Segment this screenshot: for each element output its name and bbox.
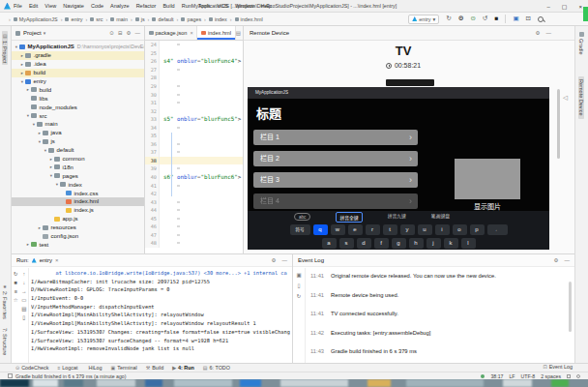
ime-mode-pill[interactable]: abc: [294, 213, 310, 221]
editor-line[interactable]: 28: [145, 74, 243, 82]
tree-row[interactable]: ▾ default: [12, 146, 144, 155]
menu-item[interactable]: View: [44, 3, 56, 9]
list-item[interactable]: 栏目 3 ›: [253, 172, 418, 188]
keyboard-key[interactable]: i: [435, 224, 450, 235]
hide-tabs-icon[interactable]: ▤: [236, 30, 241, 36]
run-tab-entry[interactable]: entry: [40, 257, 52, 263]
tree-row[interactable]: ▾ MyApplicationJS D:\harmonyos\projects\…: [12, 43, 144, 51]
status-message[interactable]: Gradle build finished in 6 s 379 ms (a m…: [15, 373, 126, 379]
tree-row[interactable]: app.js: [12, 215, 144, 223]
collapse-all-icon[interactable]: ⊟: [118, 30, 123, 36]
menu-item[interactable]: Build: [162, 3, 174, 9]
editor-line[interactable]: 48: [145, 239, 243, 248]
editor-line[interactable]: 25: [145, 49, 243, 58]
editor-line[interactable]: 30: [145, 90, 243, 99]
editor-line[interactable]: 32: [145, 106, 243, 115]
editor-line[interactable]: 35: [145, 132, 243, 140]
tree-row[interactable]: ▸ common: [12, 155, 144, 164]
keyboard-key[interactable]: j: [426, 238, 441, 249]
device-manager-icon[interactable]: ▣: [513, 15, 518, 22]
lock-icon[interactable]: [567, 374, 571, 378]
keyboard-key[interactable]: u: [418, 224, 432, 235]
close-tab-icon[interactable]: ×: [55, 257, 59, 263]
tree-row[interactable]: ▾ js: [12, 137, 144, 146]
hide-panel-icon[interactable]: —: [565, 257, 571, 263]
event-log-scrollbar[interactable]: [569, 282, 572, 332]
tree-row[interactable]: index.js: [12, 206, 144, 215]
editor-line[interactable]: 45: [145, 214, 243, 223]
event-log-entry[interactable]: 11:43 Gradle build finished in 6 s 379 m…: [310, 348, 565, 354]
tree-row[interactable]: ▸ java: [12, 129, 144, 137]
menu-item[interactable]: Analyze: [110, 3, 130, 9]
menu-item[interactable]: Tools: [198, 3, 211, 9]
breadcrumb-item[interactable]: js: [128, 16, 145, 22]
editor-content[interactable]: 24 25 26 s4" onblur="blurFunc4">: [145, 41, 243, 253]
device-screen[interactable]: MyApplicationJS 标题 栏目 1 › 栏目 2 › 栏目 3: [248, 87, 549, 250]
hide-panel-icon[interactable]: —: [282, 257, 288, 263]
stop-icon[interactable]: ■: [494, 15, 498, 22]
toolwindow-tab-structure[interactable]: 7: Structure: [2, 328, 8, 355]
gear-icon[interactable]: ⚙: [536, 30, 541, 36]
ime-option[interactable]: 笔画键盘: [431, 212, 450, 223]
minimize-window-button[interactable]: –: [546, 4, 549, 10]
editor-line[interactable]: 46: [145, 223, 243, 231]
settings-icon[interactable]: ⚙: [458, 15, 464, 22]
keyboard-key[interactable]: k: [444, 238, 458, 249]
tree-row[interactable]: ▾ main: [12, 120, 144, 129]
tree-row[interactable]: ▸ test: [12, 240, 144, 249]
toolwindow-button[interactable]: ▣ Terminal: [111, 365, 137, 371]
event-log-entry[interactable]: 11:41 Original remote device released. Y…: [310, 273, 565, 279]
editor-line[interactable]: 34: [145, 123, 243, 132]
menu-item[interactable]: Help: [260, 3, 271, 9]
close-window-button[interactable]: ×: [578, 4, 582, 10]
stop-icon[interactable]: ■: [15, 280, 17, 285]
mark-read-icon[interactable]: ▣: [296, 272, 301, 278]
toolwindow-tab-project[interactable]: ▤1: Project: [2, 31, 8, 65]
editor-line[interactable]: 41: [145, 181, 243, 190]
menu-item[interactable]: File: [14, 3, 22, 9]
keyboard-key[interactable]: l: [461, 238, 476, 249]
toolwindow-button[interactable]: ▤ 6: TODO: [203, 365, 230, 371]
editor-line[interactable]: 39: [145, 164, 243, 173]
editor-line[interactable]: 24: [145, 41, 243, 49]
breadcrumb-item[interactable]: index: [201, 16, 227, 22]
indent-indicator[interactable]: 2 spaces: [541, 373, 561, 379]
menu-item[interactable]: Refactor: [136, 3, 157, 9]
hide-panel-icon[interactable]: —: [135, 30, 141, 36]
device-scrollbar[interactable]: [557, 89, 560, 159]
breadcrumb-item[interactable]: main: [103, 16, 127, 22]
notifications-icon[interactable]: [576, 374, 580, 378]
toolwindow-button[interactable]: HiLog: [86, 365, 102, 371]
toolwindow-button[interactable]: ⊙ CodeCheck: [15, 365, 48, 371]
editor-line[interactable]: 37: [145, 148, 243, 157]
editor-line[interactable]: 47: [145, 231, 243, 240]
filter-icon[interactable]: ≡: [15, 288, 17, 294]
editor-line[interactable]: 36: [145, 140, 243, 149]
breadcrumb-item[interactable]: default: [145, 16, 174, 22]
keyboard-key[interactable]: f: [374, 238, 389, 249]
toolwindow-button[interactable]: ⚒ Build: [146, 365, 163, 371]
editor-line[interactable]: 31: [145, 99, 243, 107]
keyboard-key[interactable]: g: [392, 238, 406, 249]
list-item[interactable]: 栏目 4 ›: [253, 194, 418, 209]
collapse-icon[interactable]: ▭: [21, 297, 26, 303]
editor-line[interactable]: 40 s6" onblur="blurFunc6">: [145, 173, 243, 182]
toolwindow-button[interactable]: ▶ 4: Run: [172, 365, 194, 371]
keyboard-key[interactable]: w: [331, 224, 345, 235]
event-log-entry[interactable]: 11:42 Executing tasks: [entry:assembleDe…: [310, 330, 565, 336]
list-item[interactable]: 栏目 2 ›: [253, 151, 418, 166]
tree-row[interactable]: index.hml: [12, 197, 144, 206]
toolwindow-tab-favorites[interactable]: ★2: Favorites: [2, 283, 8, 319]
editor-line[interactable]: 29: [145, 82, 243, 91]
tree-row[interactable]: ▸ .idea: [12, 60, 144, 69]
keyboard-key[interactable]: e: [348, 224, 363, 235]
menu-item[interactable]: VCS: [218, 3, 228, 9]
breadcrumb-item[interactable]: src: [82, 16, 103, 22]
event-log-entry[interactable]: 11:41 TV connected successfully.: [310, 311, 565, 316]
keyboard-key[interactable]: r: [366, 224, 380, 235]
editor-line[interactable]: 44: [145, 206, 243, 215]
keyboard-key[interactable]: ←: [487, 224, 508, 235]
caret-position[interactable]: 38:17: [490, 373, 503, 379]
gear-icon[interactable]: ⚙: [272, 257, 277, 263]
tree-row[interactable]: ▸ build: [12, 69, 144, 77]
